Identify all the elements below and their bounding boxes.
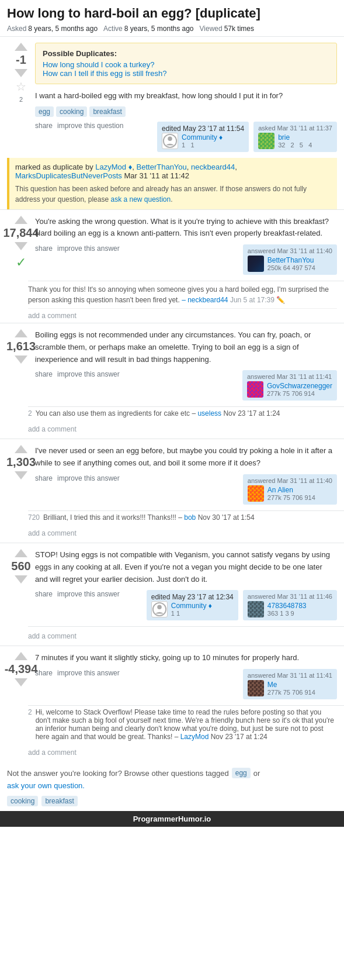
a1-improve[interactable]: improve this answer bbox=[57, 244, 120, 253]
a3-username[interactable]: An Alien bbox=[267, 486, 315, 494]
svg-point-3 bbox=[157, 605, 161, 609]
add-comment-4[interactable]: add a comment bbox=[28, 629, 337, 643]
a1-answered-label: answered Mar 31 '11 at 11:40 bbox=[248, 247, 332, 254]
ic3-date: Nov 30 '17 at 1:54 bbox=[198, 513, 255, 522]
ic2-user[interactable]: useless bbox=[197, 409, 221, 417]
answer-1-upvote[interactable] bbox=[15, 216, 27, 224]
upvote-button[interactable] bbox=[15, 43, 27, 51]
bookmark-icon[interactable]: ☆ bbox=[16, 80, 26, 94]
a3-share[interactable]: share bbox=[35, 474, 53, 482]
dup-link-2-anchor[interactable]: How can I tell if this egg is still fres… bbox=[43, 69, 166, 78]
a4-share[interactable]: share bbox=[35, 590, 53, 598]
answer-1-vote-col: 17,844 ✓ bbox=[7, 216, 35, 275]
ic3-text: Brilliant, I tried this and it works!!! … bbox=[43, 513, 255, 522]
a3-improve[interactable]: improve this answer bbox=[57, 474, 120, 482]
a2-improve[interactable]: improve this answer bbox=[57, 370, 120, 378]
edited-label: edited May 23 '17 at 11:54 bbox=[162, 125, 244, 133]
ic5-user[interactable]: LazyMod bbox=[180, 733, 209, 741]
user-cards: edited May 23 '17 at 11:54 Community ♦ bbox=[157, 122, 337, 152]
a4-edited-label: edited May 23 '17 at 12:34 bbox=[151, 593, 234, 601]
answer-4-user-cards: edited May 23 '17 at 12:34 bbox=[147, 590, 337, 620]
a4-user-details: 4783648783 363 1 3 9 bbox=[267, 602, 307, 617]
tag-egg[interactable]: egg bbox=[35, 106, 54, 117]
answer-2-count: 1,613 bbox=[6, 340, 36, 353]
answer-3-footer: share improve this answer answered Mar 3… bbox=[35, 474, 337, 505]
answer-5-downvote[interactable] bbox=[15, 678, 27, 686]
edited-rep: 1 1 bbox=[182, 142, 223, 149]
add-comment-5[interactable]: add a comment bbox=[28, 746, 337, 760]
edited-card: edited May 23 '17 at 11:54 Community ♦ bbox=[157, 122, 249, 152]
active-label: Active bbox=[103, 25, 123, 33]
page-title: How long to hard-boil an egg? [duplicate… bbox=[7, 6, 337, 21]
ic3-vote: 720 bbox=[28, 513, 40, 522]
answer-3-downvote[interactable] bbox=[15, 471, 27, 479]
betterthan-link[interactable]: BetterThanYou bbox=[137, 163, 187, 171]
tag-breakfast[interactable]: breakfast bbox=[89, 106, 125, 117]
bottom-tags-row: cooking breakfast bbox=[7, 796, 344, 806]
a1-username[interactable]: BetterThanYou bbox=[267, 256, 315, 264]
add-comment-2[interactable]: add a comment bbox=[28, 422, 337, 436]
a1-share[interactable]: share bbox=[35, 244, 53, 253]
a4-edited-username[interactable]: Community ♦ bbox=[171, 602, 212, 610]
answer-3-actions: share improve this answer bbox=[35, 474, 120, 482]
ic3-user[interactable]: bob bbox=[184, 513, 196, 522]
a5-improve[interactable]: improve this answer bbox=[57, 669, 120, 677]
answer-4-text: STOP! Using eggs is not compatible with … bbox=[35, 549, 337, 585]
duplicate-link-2[interactable]: How can I tell if this egg is still fres… bbox=[43, 69, 329, 78]
comment-1-user[interactable]: – neckbeard44 bbox=[182, 296, 228, 304]
tag-cooking[interactable]: cooking bbox=[56, 106, 87, 117]
ask-own-question-link[interactable]: ask your own question. bbox=[7, 781, 85, 790]
answer-4-count: 560 bbox=[11, 560, 30, 573]
meta-bar: Asked 8 years, 5 months ago Active 8 yea… bbox=[7, 25, 337, 33]
viewed-value: 57k times bbox=[224, 25, 254, 33]
q-asked-username[interactable]: brie bbox=[278, 133, 312, 142]
answer-2-footer: share improve this answer answered Mar 3… bbox=[35, 370, 337, 401]
bottom-text: Not the answer you're looking for? Brows… bbox=[7, 769, 229, 778]
edited-username[interactable]: Community ♦ bbox=[182, 133, 223, 142]
dup-link-1-anchor[interactable]: How long should I cook a turkey? bbox=[43, 60, 155, 69]
bottom-tag-egg[interactable]: egg bbox=[232, 768, 251, 778]
a3-user-info: An Alien 277k 75 706 914 bbox=[248, 485, 332, 502]
share-link[interactable]: share bbox=[35, 122, 53, 130]
answer-3-upvote[interactable] bbox=[15, 445, 27, 453]
cooking-tag[interactable]: cooking bbox=[7, 796, 38, 806]
answer-4-upvote[interactable] bbox=[15, 549, 27, 557]
ic2-vote: 2 bbox=[28, 409, 32, 417]
a4-username[interactable]: 4783648783 bbox=[267, 602, 307, 610]
a5-share[interactable]: share bbox=[35, 669, 53, 677]
a3-rep: 277k 75 706 914 bbox=[267, 494, 315, 501]
answer-4-downvote[interactable] bbox=[15, 575, 27, 584]
neckbeard-link[interactable]: neckbeard44 bbox=[191, 163, 235, 171]
answer-3-user-card: answered Mar 31 '11 at 11:40 An Alien 27… bbox=[243, 474, 337, 505]
q-asked-b3: 4 bbox=[308, 142, 312, 149]
a5-rep: 277k 75 706 914 bbox=[267, 689, 315, 696]
a3-answered-label: answered Mar 31 '11 at 11:40 bbox=[248, 477, 332, 484]
a2-avatar bbox=[247, 381, 263, 398]
breakfast-tag[interactable]: breakfast bbox=[41, 796, 77, 806]
answer-5-upvote[interactable] bbox=[15, 652, 27, 660]
duplicate-notice: marked as duplicate by LazyMod ♦, Better… bbox=[7, 158, 337, 209]
improve-link[interactable]: improve this question bbox=[57, 122, 123, 130]
a2-username[interactable]: GovSchwarzenegger bbox=[267, 382, 332, 390]
a4-avatar bbox=[248, 601, 264, 617]
answer-2-upvote[interactable] bbox=[15, 329, 27, 337]
q-asked-rep: 32 2 5 4 bbox=[278, 142, 312, 149]
downvote-button[interactable] bbox=[15, 69, 27, 77]
edited-user-info: Community ♦ 1 1 bbox=[162, 133, 244, 149]
a4-rep: 363 1 3 9 bbox=[267, 610, 307, 617]
a2-share[interactable]: share bbox=[35, 370, 53, 378]
lazymod-link[interactable]: LazyMod ♦ bbox=[95, 163, 132, 171]
ask-new-question-link[interactable]: ask a new question bbox=[110, 195, 171, 203]
a4-improve[interactable]: improve this answer bbox=[57, 590, 120, 598]
a5-avatar bbox=[248, 680, 264, 696]
marks-link[interactable]: MarksDuplicatesButNeverPosts bbox=[15, 171, 122, 180]
comment-1-date: Jun 5 at 17:39 bbox=[230, 296, 274, 304]
add-comment-3[interactable]: add a comment bbox=[28, 526, 337, 540]
answer-2-downvote[interactable] bbox=[15, 356, 27, 364]
answer-2-text: Boiling eggs is not recommended under an… bbox=[35, 329, 337, 365]
a5-username[interactable]: Me bbox=[267, 681, 315, 689]
duplicate-link-1[interactable]: How long should I cook a turkey? bbox=[43, 60, 329, 69]
answer-1-downvote[interactable] bbox=[15, 242, 27, 250]
add-comment-1[interactable]: add a comment bbox=[28, 309, 337, 323]
add-comment-2-wrap: add a comment bbox=[28, 420, 344, 439]
